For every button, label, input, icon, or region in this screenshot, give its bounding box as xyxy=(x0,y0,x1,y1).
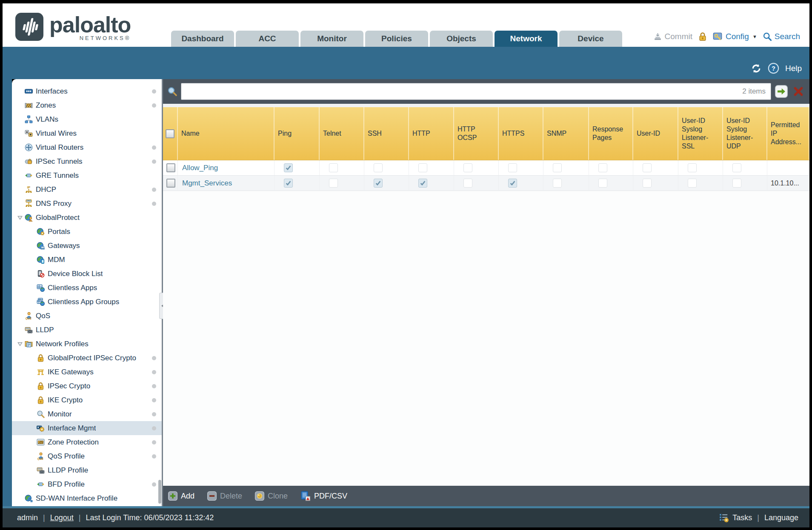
user-id-checkbox[interactable] xyxy=(643,179,652,188)
column-header-response-pages[interactable]: Response Pages xyxy=(589,107,633,160)
row-select-checkbox[interactable] xyxy=(166,179,175,188)
ping-checkbox[interactable] xyxy=(284,163,293,172)
user-id-checkbox[interactable] xyxy=(643,163,652,172)
pdf-csv-button[interactable]: PDF/CSV xyxy=(300,491,347,501)
sidebar-item-sd-wan-interface-profile[interactable]: SD-WAN Interface Profile xyxy=(12,491,162,505)
http-ocsp-checkbox[interactable] xyxy=(463,163,472,172)
clone-button[interactable]: Clone xyxy=(255,491,288,501)
user-id-syslog-listener-ssl-checkbox[interactable] xyxy=(688,179,697,188)
row-select-checkbox[interactable] xyxy=(166,163,175,172)
expand-triangle-icon[interactable] xyxy=(15,215,25,220)
clear-filter-button[interactable] xyxy=(792,85,805,98)
sidebar-item-ike-crypto[interactable]: IKE Crypto xyxy=(12,393,162,407)
sidebar-item-dns-proxy[interactable]: DNSDNS Proxy xyxy=(12,197,162,211)
sidebar-item-device-block-list[interactable]: Device Block List xyxy=(12,267,162,281)
filter-input[interactable]: 2 items xyxy=(181,83,771,100)
sidebar-item-monitor[interactable]: Monitor xyxy=(12,407,162,421)
sidebar-item-network-profiles[interactable]: Network Profiles xyxy=(12,337,162,351)
search-menu[interactable]: Search xyxy=(763,32,800,41)
sidebar-item-clientless-app-groups[interactable]: Clientless App Groups xyxy=(12,295,162,309)
sidebar-item-portals[interactable]: Portals xyxy=(12,225,162,239)
tasks-button[interactable]: Tasks xyxy=(719,513,752,523)
sidebar-item-ipsec-crypto[interactable]: IPSec Crypto xyxy=(12,379,162,393)
telnet-checkbox[interactable] xyxy=(329,163,338,172)
language-button[interactable]: Language xyxy=(764,513,798,522)
http-ocsp-checkbox[interactable] xyxy=(463,179,472,188)
column-header-ssh[interactable]: SSH xyxy=(364,107,409,160)
sidebar-item-lldp-profile[interactable]: LLDP Profile xyxy=(12,463,162,477)
column-header-permitted-ip-address[interactable]: Permitted IP Address... xyxy=(767,107,809,160)
sidebar-item-mdm[interactable]: MDM xyxy=(12,253,162,267)
commit-button[interactable]: Commit xyxy=(653,32,692,41)
sidebar-item-lldp[interactable]: LLDP xyxy=(12,323,162,337)
column-header-telnet[interactable]: Telnet xyxy=(320,107,364,160)
sidebar-scrollbar-thumb[interactable] xyxy=(158,480,161,504)
select-all-checkbox[interactable] xyxy=(166,129,174,138)
apply-filter-button[interactable] xyxy=(775,85,788,98)
user-id-syslog-listener-udp-checkbox[interactable] xyxy=(732,179,741,188)
column-header-https[interactable]: HTTPS xyxy=(499,107,543,160)
sidebar-item-vlans[interactable]: VLANs xyxy=(12,112,162,126)
logout-link[interactable]: Logout xyxy=(50,513,74,522)
sidebar-item-interfaces[interactable]: Interfaces xyxy=(12,84,162,98)
http-checkbox[interactable] xyxy=(418,163,427,172)
user-id-syslog-listener-udp-checkbox[interactable] xyxy=(732,163,741,172)
sidebar-item-zone-protection[interactable]: Zone Protection xyxy=(12,435,162,449)
sidebar-item-interface-mgmt[interactable]: Interface Mgmt xyxy=(12,421,162,435)
sidebar-item-dhcp[interactable]: IPDHCP xyxy=(12,182,162,197)
column-header-user-id[interactable]: User-ID xyxy=(633,107,678,160)
tab-objects[interactable]: Objects xyxy=(430,31,493,47)
snmp-checkbox[interactable] xyxy=(553,163,562,172)
ssh-checkbox[interactable] xyxy=(374,163,383,172)
help-icon[interactable]: ? xyxy=(768,63,779,74)
tab-network[interactable]: Network xyxy=(495,31,558,47)
column-header-name[interactable]: Name xyxy=(178,107,274,160)
sidebar-item-gre-tunnels[interactable]: GRE Tunnels xyxy=(12,168,162,182)
tab-policies[interactable]: Policies xyxy=(365,31,428,47)
column-header-http[interactable]: HTTP xyxy=(409,107,454,160)
tab-acc[interactable]: ACC xyxy=(236,31,299,47)
response-pages-checkbox[interactable] xyxy=(598,179,607,188)
column-header-ping[interactable]: Ping xyxy=(274,107,320,160)
expand-triangle-icon[interactable] xyxy=(15,342,25,347)
sidebar-item-globalprotect-ipsec-crypto[interactable]: GlobalProtect IPSec Crypto xyxy=(12,351,162,365)
sidebar-item-clientless-apps[interactable]: Clientless Apps xyxy=(12,281,162,295)
sidebar-item-qos[interactable]: QoSQoS xyxy=(12,309,162,323)
sidebar-item-gateways[interactable]: Gateways xyxy=(12,239,162,253)
zones-icon xyxy=(25,101,33,109)
sidebar-item-globalprotect[interactable]: GlobalProtect xyxy=(12,211,162,225)
user-id-syslog-listener-ssl-checkbox[interactable] xyxy=(688,163,697,172)
ping-checkbox[interactable] xyxy=(284,179,293,188)
telnet-checkbox[interactable] xyxy=(329,179,338,188)
column-header-user-id-syslog-listener-ssl[interactable]: User-ID Syslog Listener-SSL xyxy=(678,107,723,160)
sidebar-item-zones[interactable]: Zones xyxy=(12,98,162,112)
tab-dashboard[interactable]: Dashboard xyxy=(171,31,234,47)
column-header-snmp[interactable]: SNMP xyxy=(543,107,589,160)
sidebar-item-virtual-routers[interactable]: Virtual Routers xyxy=(12,140,162,154)
lock-status-icon[interactable] xyxy=(698,32,707,41)
ssh-checkbox[interactable] xyxy=(374,179,383,188)
sidebar-item-bfd-profile[interactable]: BFD Profile xyxy=(12,477,162,491)
snmp-checkbox[interactable] xyxy=(553,179,562,188)
add-button[interactable]: Add xyxy=(168,491,194,501)
config-menu[interactable]: Config ▼ xyxy=(713,31,757,42)
https-checkbox[interactable] xyxy=(508,179,517,188)
tab-monitor[interactable]: Monitor xyxy=(300,31,363,47)
help-label[interactable]: Help xyxy=(785,64,802,73)
item-status-dot xyxy=(152,356,156,360)
virtual-routers-icon xyxy=(25,143,33,151)
profile-name-link[interactable]: Mgmt_Services xyxy=(178,179,232,188)
sidebar-item-ipsec-tunnels[interactable]: IPSec Tunnels xyxy=(12,154,162,168)
sidebar-item-virtual-wires[interactable]: Virtual Wires xyxy=(12,126,162,140)
column-header-http-ocsp[interactable]: HTTP OCSP xyxy=(454,107,499,160)
column-header-user-id-syslog-listener-udp[interactable]: User-ID Syslog Listener-UDP xyxy=(723,107,767,160)
profile-name-link[interactable]: Allow_Ping xyxy=(178,164,218,172)
response-pages-checkbox[interactable] xyxy=(598,163,607,172)
tab-device[interactable]: Device xyxy=(559,31,622,47)
refresh-icon[interactable] xyxy=(751,63,762,74)
sidebar-item-qos-profile[interactable]: QoSQoS Profile xyxy=(12,449,162,463)
http-checkbox[interactable] xyxy=(418,179,427,188)
delete-button[interactable]: Delete xyxy=(207,491,242,501)
sidebar-item-ike-gateways[interactable]: IKE Gateways xyxy=(12,365,162,379)
https-checkbox[interactable] xyxy=(508,163,517,172)
